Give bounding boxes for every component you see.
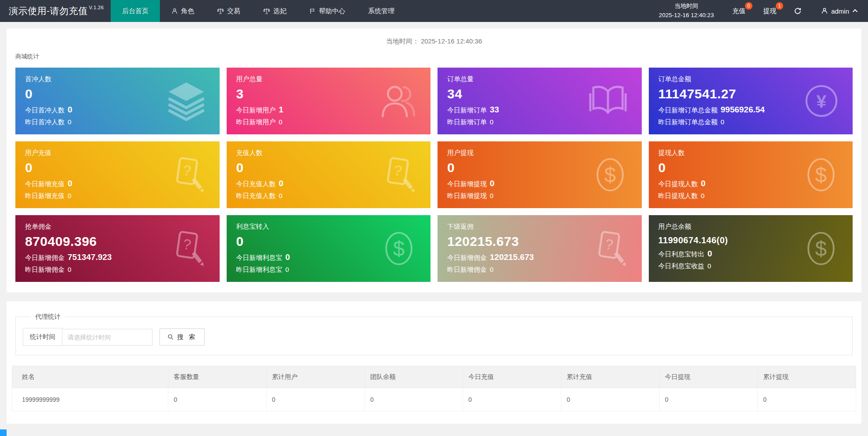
scales-icon: [217, 7, 224, 14]
card-line-label: 昨日首冲人数: [25, 118, 65, 126]
nav-item-trade[interactable]: 交易: [206, 0, 252, 22]
search-button[interactable]: 搜 索: [159, 328, 205, 346]
card-line-label: 昨日新增佣金: [25, 266, 65, 274]
book-icon: [587, 80, 629, 122]
card-line-label: 今日利息宝转出: [658, 250, 705, 259]
card-line-value: 0: [279, 179, 284, 188]
card-line-value: 9956926.54: [721, 105, 765, 115]
card-line-value: 0: [286, 252, 290, 262]
card-line-label: 昨日充值人数: [236, 192, 276, 200]
agent-table: 姓名 客服数量 累计用户 团队余额 今日充值 累计充值 今日提现 累计提现 19…: [12, 366, 856, 411]
refresh-button[interactable]: [785, 0, 810, 22]
card-line-value: 0: [68, 105, 72, 115]
card-line-value: 0: [279, 192, 282, 199]
stat-card-user-recharge: 用户充值 0 今日新增充值0 昨日新增充值0: [15, 141, 220, 208]
recharge-badge: 0: [745, 2, 752, 10]
card-line-label: 今日新增订单总金额: [658, 106, 718, 115]
main-nav: 后台首页 角色 交易 选妃 帮助中心 系统管理: [111, 0, 406, 22]
stat-card-user-withdraw: 用户提现 0 今日新增提现0 昨日新增提现0: [438, 141, 642, 208]
cell-total-users: 0: [267, 388, 365, 411]
local-time-label: 当地时间: [674, 2, 698, 11]
yen-icon: [803, 83, 839, 119]
cell-service-count: 0: [168, 388, 267, 411]
card-line-label: 今日新增充值: [25, 180, 65, 188]
table-row: 19999999999 0 0 0 0 0 0 0: [12, 388, 856, 411]
stat-card-interest-in: 利息宝转入 0 今日新增利息宝0 昨日新增利息宝0: [227, 215, 431, 282]
card-line-value: 0: [708, 249, 712, 259]
card-line-value: 0: [279, 118, 282, 126]
nav-label: 交易: [227, 7, 240, 15]
corner-artifact: [0, 429, 7, 436]
card-line-value: 33: [490, 105, 499, 115]
user-menu[interactable]: admin: [810, 0, 868, 22]
nav-item-help[interactable]: 帮助中心: [298, 0, 357, 22]
table-header-row: 姓名 客服数量 累计用户 团队余额 今日充值 累计充值 今日提现 累计提现: [12, 366, 856, 388]
brand-text: 演示使用-请勿充值: [9, 5, 88, 17]
card-line-value: 0: [490, 192, 493, 199]
refresh-icon: [794, 7, 802, 15]
card-line-label: 昨日新增利息宝: [236, 266, 282, 274]
nav-label: 系统管理: [368, 7, 394, 15]
card-line-label: 今日提现人数: [658, 180, 698, 188]
agent-panel: 代理统计 统计时间 搜 索 姓名 客服数量 累计用户 团队余额 今日充值 累计充…: [7, 301, 861, 424]
nav-item-system[interactable]: 系统管理: [357, 0, 406, 22]
card-line-label: 今日新增提现: [447, 180, 487, 188]
scales-icon: [263, 7, 270, 14]
col-header-team-balance: 团队余额: [365, 366, 463, 388]
order-edit-icon: [380, 156, 417, 194]
card-line-label: 今日充值人数: [236, 180, 276, 188]
stat-card-sub-rebate: 下级返佣 120215.673 今日新增佣金120215.673 昨日新增佣金0: [438, 215, 642, 282]
agent-filter-row: 统计时间 搜 索: [23, 328, 845, 346]
card-line-value: 0: [708, 262, 711, 270]
chevron-up-icon: [853, 9, 857, 14]
top-bar: 演示使用-请勿充值 V.1.26 后台首页 角色 交易 选妃 帮助中心 系统管理…: [0, 0, 868, 22]
local-time-value: 2025-12-16 12:40:23: [659, 11, 714, 20]
nav-item-select[interactable]: 选妃: [252, 0, 298, 22]
nav-item-home[interactable]: 后台首页: [111, 0, 160, 22]
col-header-total-withdraw: 累计提现: [758, 366, 856, 388]
stat-cards-grid: 首冲人数 0 今日首冲人数0 昨日首冲人数0 用户总量 3 今日新增用户1 昨日…: [15, 68, 853, 292]
topbar-local-time: 当地时间 2025-12-16 12:40:23: [649, 0, 723, 22]
agent-stats-box: 代理统计 统计时间 搜 索: [15, 313, 853, 355]
stat-card-total-balance: 用户总余额 11990674.146(0) 今日利息宝转出0 今日利息宝收益0: [649, 215, 853, 282]
card-title: 订单总金额: [658, 75, 843, 83]
nav-label: 角色: [181, 7, 194, 15]
card-line-label: 今日新增用户: [236, 106, 276, 115]
brand-version: V.1.26: [89, 5, 104, 10]
card-line-value: 0: [68, 266, 71, 273]
cell-total-recharge: 0: [561, 388, 660, 411]
card-line-label: 今日新增利息宝: [236, 254, 282, 262]
card-line-value: 751347.923: [68, 252, 112, 262]
card-line-label: 今日首冲人数: [25, 106, 65, 115]
col-header-today-withdraw: 今日提现: [659, 366, 758, 388]
card-line-value: 0: [286, 266, 289, 273]
card-line-value: 0: [490, 118, 493, 126]
col-header-today-recharge: 今日充值: [463, 366, 561, 388]
flag-icon: [309, 8, 316, 14]
card-line-value: 0: [701, 179, 706, 188]
order-edit-icon: [591, 230, 629, 267]
topbar-right: 当地时间 2025-12-16 12:40:23 充值 0 提现 1 admin: [649, 0, 868, 22]
person-icon: [821, 7, 828, 14]
dollar-icon: [592, 156, 629, 193]
stat-card-total-users: 用户总量 3 今日新增用户1 昨日新增用户0: [227, 68, 431, 134]
recharge-button[interactable]: 充值 0: [723, 0, 754, 22]
card-line-label: 今日新增佣金: [25, 254, 65, 262]
page-local-time: 当地时间： 2025-12-16 12:40:36: [7, 29, 861, 47]
agent-stats-legend: 代理统计: [31, 313, 65, 321]
card-line-value: 0: [721, 118, 724, 126]
brand-title: 演示使用-请勿充值 V.1.26: [0, 0, 111, 22]
dollar-icon: [803, 230, 839, 267]
cell-name: 19999999999: [12, 388, 168, 411]
withdraw-button[interactable]: 提现 1: [754, 0, 785, 22]
card-line-label: 昨日新增订单: [447, 118, 487, 126]
card-line-label: 今日利息宝收益: [658, 262, 705, 270]
agent-table-wrap: 姓名 客服数量 累计用户 团队余额 今日充值 累计充值 今日提现 累计提现 19…: [12, 366, 856, 411]
cell-today-withdraw: 0: [659, 388, 758, 411]
cell-today-recharge: 0: [463, 388, 561, 411]
person-icon: [171, 8, 178, 14]
card-line-value: 0: [68, 179, 72, 188]
nav-item-roles[interactable]: 角色: [160, 0, 206, 22]
stat-time-input[interactable]: [62, 329, 152, 346]
page-time-label: 当地时间：: [386, 37, 419, 45]
